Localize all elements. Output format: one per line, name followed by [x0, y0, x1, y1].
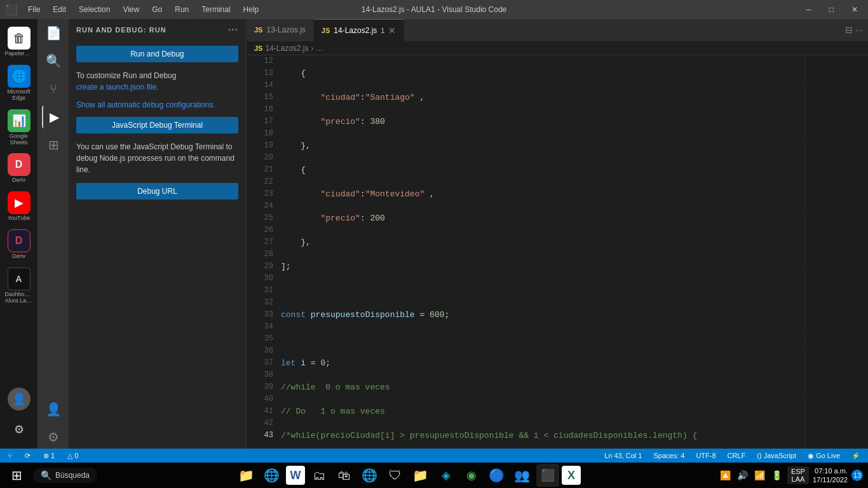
- more-actions-icon[interactable]: ···: [855, 25, 863, 35]
- sidebar-more-button[interactable]: ···: [228, 24, 238, 36]
- tray-volume[interactable]: 🔊: [736, 469, 749, 482]
- menu-terminal[interactable]: Terminal: [196, 4, 235, 15]
- debug-url-button[interactable]: Debug URL: [76, 183, 238, 200]
- dock-edge-label: MicrosoftEdge: [5, 89, 33, 102]
- recycle-bin-icon: 🗑: [8, 27, 31, 50]
- menu-file[interactable]: File: [23, 4, 45, 15]
- menu-run[interactable]: Run: [170, 4, 194, 15]
- taskbar-teams[interactable]: 👥: [511, 464, 534, 487]
- activity-settings[interactable]: ⚙: [42, 426, 65, 449]
- code-line-27: /*while(precioCiudad[i] > presupuestoDis…: [281, 430, 804, 442]
- activity-git[interactable]: ⑂: [42, 78, 65, 100]
- search-bar-container[interactable]: 🔍 Búsqueda: [33, 468, 97, 483]
- taskbar-app1[interactable]: ◈: [435, 464, 458, 487]
- tray-network[interactable]: 📶: [753, 469, 766, 482]
- run-and-debug-button[interactable]: Run and Debug: [76, 46, 238, 62]
- language-indicator[interactable]: ESP LAA: [787, 466, 809, 484]
- deriv1-icon: D: [8, 153, 31, 176]
- tab-icon-lazos1: JS: [254, 26, 262, 34]
- dock-deriv1[interactable]: D Deriv: [5, 151, 33, 186]
- taskbar-word[interactable]: W: [286, 466, 305, 485]
- encoding[interactable]: UTF-8: [693, 452, 718, 459]
- debug-sidebar: RUN AND DEBUG: RUN ··· Run and Debug To …: [69, 19, 247, 449]
- activity-search[interactable]: 🔍: [42, 50, 65, 72]
- code-content[interactable]: { "ciudad":"Santiago" , "precio": 380 },…: [278, 55, 804, 449]
- line-ending[interactable]: CRLF: [725, 452, 749, 459]
- taskbar-vscode[interactable]: ⬛: [536, 464, 559, 487]
- window-maximize[interactable]: □: [824, 4, 839, 15]
- editor-area: JS 13-Lazos.js JS 14-Lazos2.js 1 ✕ ⊟ ···…: [247, 19, 868, 449]
- dock-recycle-bin[interactable]: 🗑 Papelera d reciclaje: [5, 24, 33, 60]
- create-launch-json-link[interactable]: create a launch.json file.: [76, 83, 158, 92]
- code-line-22: const presupuestoDisponible = 600;: [281, 309, 804, 321]
- lang-sub: LAA: [791, 475, 805, 483]
- taskbar-store[interactable]: 🛍: [333, 464, 356, 487]
- language-mode[interactable]: () JavaScript: [754, 452, 799, 459]
- sync-status[interactable]: ⟳: [22, 452, 33, 460]
- cursor-position[interactable]: Ln 43, Col 1: [602, 452, 644, 459]
- tab-icon-lazos2: JS: [322, 27, 330, 34]
- dock-deriv2[interactable]: D Deriv: [5, 227, 33, 262]
- dock-user[interactable]: 👤: [5, 385, 33, 413]
- dock-dashboard-label: DashboardAlura Lata...: [5, 292, 33, 304]
- live-port-icon[interactable]: ⚡: [849, 452, 863, 460]
- window-minimize[interactable]: ─: [801, 4, 817, 15]
- youtube-icon: ▶: [8, 191, 31, 214]
- taskbar-app2[interactable]: ◉: [460, 464, 483, 487]
- taskbar-chrome[interactable]: 🔵: [485, 464, 508, 487]
- taskbar-edge2[interactable]: 🌐: [358, 464, 381, 487]
- sidebar-customize-text: To customize Run and Debug create a laun…: [69, 67, 246, 98]
- git-branch-status[interactable]: ⑂: [5, 452, 15, 459]
- taskbar-defender[interactable]: 🛡: [384, 464, 407, 487]
- tab-close-lazos2[interactable]: ✕: [388, 25, 396, 36]
- system-clock[interactable]: 07:10 a.m. 17/11/2022: [813, 466, 848, 485]
- taskbar-right: 🔼 🔊 📶 🔋 ESP LAA 07:10 a.m. 17/11/2022 13: [719, 466, 863, 485]
- breadcrumb-file-icon: JS: [254, 44, 262, 52]
- notifications-icon[interactable]: 13: [851, 470, 863, 481]
- split-editor-icon[interactable]: ⊟: [845, 25, 853, 35]
- dock-sheets[interactable]: 📊 GoogleSheets: [5, 107, 33, 149]
- tray-up-arrow[interactable]: 🔼: [719, 469, 732, 482]
- taskbar-folder[interactable]: 🗂: [308, 464, 330, 487]
- dock-edge[interactable]: 🌐 MicrosoftEdge: [5, 62, 33, 104]
- menu-go[interactable]: Go: [147, 4, 167, 15]
- taskbar-excel[interactable]: X: [562, 466, 581, 485]
- menu-edit[interactable]: Edit: [48, 4, 71, 15]
- dock-settings[interactable]: ⚙: [5, 416, 33, 444]
- breadcrumb-filename[interactable]: 14-Lazos2.js: [265, 44, 308, 53]
- menu-view[interactable]: View: [118, 4, 144, 15]
- menu-selection[interactable]: Selection: [74, 4, 115, 15]
- clock-date: 17/11/2022: [813, 475, 848, 484]
- taskbar-edge[interactable]: 🌐: [261, 464, 283, 487]
- line-numbers: 12 13 14 15 16 17 18 19 20 21 22 23 24 2…: [247, 55, 278, 449]
- tab-label-lazos1: 13-Lazos.js: [266, 25, 305, 34]
- tray-battery[interactable]: 🔋: [770, 469, 783, 482]
- errors-status[interactable]: ⊗ 1: [41, 452, 57, 460]
- edge-icon: 🌐: [8, 65, 31, 88]
- breadcrumb-rest[interactable]: ...: [316, 44, 323, 53]
- code-line-16: {: [281, 164, 804, 176]
- dock-dashboard[interactable]: A DashboardAlura Lata...: [5, 265, 33, 307]
- window-close[interactable]: ✕: [846, 4, 863, 15]
- taskbar-files[interactable]: 📁: [409, 464, 432, 487]
- show-debug-configs-link[interactable]: Show all automatic debug configurations.: [76, 100, 238, 109]
- vscode-icon: ⬛: [5, 4, 18, 16]
- taskbar-file-explorer[interactable]: 📁: [235, 464, 258, 487]
- indentation[interactable]: Spaces: 4: [651, 452, 687, 459]
- activity-explorer[interactable]: 📄: [42, 22, 65, 44]
- menu-help[interactable]: Help: [238, 4, 264, 15]
- dock-youtube[interactable]: ▶ YouTube: [5, 189, 33, 224]
- activity-debug[interactable]: ▶: [42, 105, 65, 128]
- warnings-status[interactable]: △ 0: [65, 452, 81, 460]
- activity-accounts[interactable]: 👤: [42, 398, 65, 421]
- dashboard-icon: A: [8, 268, 31, 290]
- tab-lazos1[interactable]: JS 13-Lazos.js: [247, 19, 314, 41]
- js-debug-terminal-button[interactable]: JavaScript Debug Terminal: [76, 117, 238, 133]
- activity-extensions[interactable]: ⊞: [42, 133, 65, 156]
- start-button[interactable]: ⊞: [5, 464, 28, 487]
- tab-lazos2[interactable]: JS 14-Lazos2.js 1 ✕: [314, 19, 405, 41]
- lang-main: ESP: [791, 468, 805, 475]
- code-editor[interactable]: 12 13 14 15 16 17 18 19 20 21 22 23 24 2…: [247, 55, 868, 449]
- code-line-12: {: [281, 67, 804, 79]
- go-live-button[interactable]: ◉ Go Live: [805, 452, 843, 460]
